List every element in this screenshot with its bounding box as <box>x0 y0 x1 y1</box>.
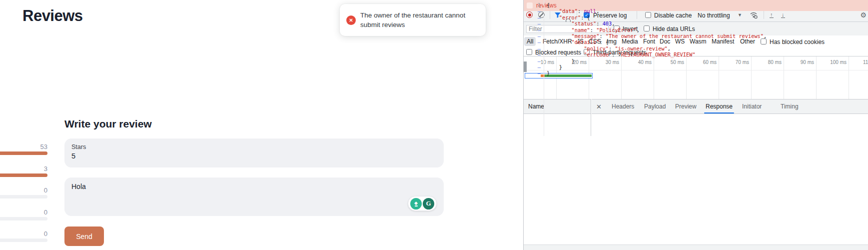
hide-data-urls-label: Hide data URLs <box>653 26 695 32</box>
rating-count: 0 <box>0 230 47 238</box>
rating-count: 0 <box>0 208 47 216</box>
detail-tab-payload[interactable]: Payload <box>644 103 666 110</box>
disable-cache-checkbox[interactable] <box>645 12 651 18</box>
separator <box>764 11 764 19</box>
page-title: Reviews <box>22 7 83 25</box>
timeline-label: 60 ms <box>703 60 717 65</box>
timeline-gridline <box>849 56 849 99</box>
timeline-gridline <box>654 56 654 99</box>
review-form-heading: Write your review <box>64 118 152 130</box>
timeline-gridline <box>719 56 719 99</box>
rating-bar <box>0 152 47 155</box>
stars-value: 5 <box>71 152 437 160</box>
devtools-panel: ElementsConsoleSourcesNetworkPerformance… <box>523 0 868 250</box>
timeline-gridline <box>686 56 687 99</box>
toast-message: The owner of the restaurant cannot submi… <box>360 10 478 30</box>
grammarly-widget[interactable]: ◆ G <box>408 196 437 211</box>
selected-detail-tab-underline <box>704 112 734 114</box>
throttling-select[interactable]: No throttling <box>698 12 730 19</box>
rating-count: 0 <box>0 186 47 194</box>
timeline-gridline <box>816 56 817 99</box>
timeline-label: 80 ms <box>768 60 782 65</box>
detail-tab-preview[interactable]: Preview <box>675 103 697 110</box>
toast-error-icon: ✕ <box>346 16 356 25</box>
import-har-icon[interactable]: ↑ <box>770 12 774 18</box>
review-textarea[interactable]: Hola ◆ G <box>64 178 444 216</box>
name-column-header[interactable]: Name <box>524 99 591 114</box>
overview-download-segment <box>545 74 592 77</box>
timeline-label: 20 ms <box>573 60 587 65</box>
rating-bar <box>0 217 47 220</box>
rating-count: 53 <box>0 143 47 150</box>
rating-bar <box>0 238 47 242</box>
network-settings-gear-icon[interactable]: ⚙ <box>860 12 867 18</box>
disable-cache-label: Disable cache <box>654 12 692 19</box>
send-button[interactable]: Send <box>64 226 104 246</box>
detail-tab-response[interactable]: Response <box>706 103 733 110</box>
error-toast: ✕ The owner of the restaurant cannot sub… <box>340 4 486 36</box>
rating-count: 3 <box>0 165 47 172</box>
timeline-label: 40 ms <box>638 60 652 65</box>
stars-label: Stars <box>71 144 437 150</box>
timeline-label: 70 ms <box>736 60 749 65</box>
throttling-caret-icon[interactable]: ▼ <box>738 12 742 18</box>
table-and-detail-header: Name ✕ HeadersPayloadPreviewResponseInit… <box>524 99 868 114</box>
stars-field[interactable]: Stars 5 <box>64 138 444 168</box>
timeline-label: 100 ms <box>830 60 847 65</box>
ruler-divider <box>524 70 868 70</box>
detail-tabs-header: ✕ HeadersPayloadPreviewResponseInitiator… <box>592 99 868 114</box>
requests-summary-bar <box>524 244 868 250</box>
review-text: Hola <box>71 182 437 190</box>
response-pane[interactable]: 1{– "data": null,– "error": {– "status":… <box>524 136 801 250</box>
timeline-gridline <box>621 56 622 99</box>
detail-tab-timing[interactable]: Timing <box>781 103 799 110</box>
rating-bar <box>0 195 47 198</box>
timeline-overview[interactable]: 10 ms20 ms30 ms40 ms50 ms60 ms70 ms80 ms… <box>524 56 868 99</box>
close-detail-icon[interactable]: ✕ <box>596 103 602 110</box>
rating-bar <box>0 174 47 177</box>
timeline-label: 50 ms <box>671 60 684 65</box>
grammarly-g-icon[interactable]: G <box>423 198 434 210</box>
has-blocked-cookies-checkbox[interactable] <box>761 38 767 44</box>
network-conditions-icon[interactable] <box>750 11 758 19</box>
timeline-label: 90 ms <box>801 60 814 65</box>
has-blocked-cookies-label: Has blocked cookies <box>770 38 825 46</box>
screen: Reviews ✕ The owner of the restaurant ca… <box>0 0 868 250</box>
separator <box>637 11 637 19</box>
timeline-gridline <box>784 56 784 99</box>
export-har-icon[interactable]: ↓ <box>781 12 785 18</box>
timeline-gridline <box>751 56 752 99</box>
timeline-label: 30 ms <box>606 60 619 65</box>
detail-tab-headers[interactable]: Headers <box>612 103 634 110</box>
detail-tab-initiator[interactable]: Initiator <box>742 103 762 110</box>
suggestion-bulb-icon[interactable]: ◆ <box>410 198 422 210</box>
timeline-label: 110 ms <box>863 60 868 65</box>
hide-data-urls-checkbox[interactable] <box>644 26 650 32</box>
